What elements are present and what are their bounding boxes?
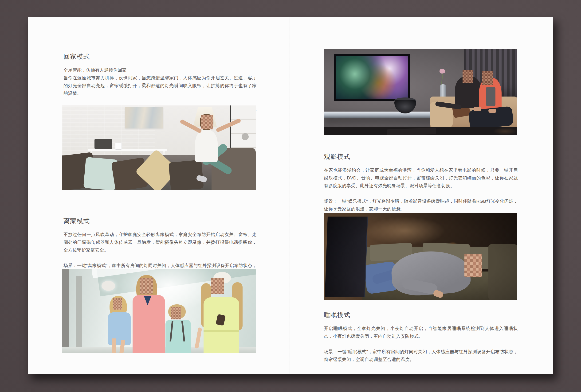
column (76, 276, 82, 353)
movie-body-text: 在家也能浪漫约会，让家庭成为幸福的港湾，当你和爱人想在家里看电影的时候，只要一键… (324, 166, 518, 190)
shelf-clock (242, 133, 249, 140)
column (62, 269, 69, 353)
wall-art (125, 107, 163, 128)
wall-lamp (102, 281, 115, 291)
dress-belt (204, 330, 239, 332)
vignette (324, 213, 517, 300)
section-movie-mode: 观影模式 在家也能浪漫约会，让家庭成为幸福的港湾，当你和爱人想在家里看电影的时候… (324, 153, 518, 213)
home-body-text: 当你在这座城市努力拼搏，夜班到家，当您跨进温馨家门，人体感应为你开启玄关、过道、… (64, 74, 257, 97)
mug (115, 143, 122, 150)
floating-shelf (324, 112, 437, 118)
section-title-movie: 观影模式 (324, 153, 518, 160)
section-title-away: 离家模式 (64, 217, 257, 225)
section-title-home: 回家模式 (64, 53, 257, 60)
woman-torso (195, 130, 218, 162)
page-left: 回家模式 全屋智能，仿佛有人迎接你回家 当你在这座城市努力拼搏，夜班到家，当您跨… (28, 17, 290, 374)
photo-tv-room (324, 49, 517, 135)
warm-lamp-glow (456, 97, 517, 135)
sleep-scene-text: 场景：一键"睡眠模式"，家中所有房间的灯同时关闭，人体感应器与红外探测设备开启布… (324, 348, 518, 363)
sleep-body-text: 开启睡眠模式，全家灯光关闭，小夜灯自动开启，当智能家居睡眠系统检测到人体进入睡眠… (324, 325, 518, 340)
home-lead-text: 全屋智能，仿佛有人迎接你回家 (64, 66, 257, 74)
movie-scene-text: 场景：一键"娱乐模式"，灯光逐渐变暗，随着影音设备缓缓响起，同时伴随着RGB灯光… (324, 197, 518, 213)
pixelated-face (140, 278, 153, 294)
radio-speaker (94, 139, 112, 149)
flower (440, 69, 445, 73)
pixelated-face (201, 115, 213, 129)
section-away-mode: 离家模式 不放过任何一点风吹草动，守护家庭安全轻触离家模式，家庭安全布防开始启动… (64, 217, 257, 277)
boy-teal-shirt (166, 320, 191, 353)
pillow (84, 157, 118, 190)
girl-leg (112, 339, 116, 353)
girl-blue-romper (108, 312, 131, 345)
section-sleep-mode: 睡眠模式 开启睡眠模式，全家灯光关闭，小夜灯自动开启，当智能家居睡眠系统检测到人… (324, 311, 518, 363)
page-fold (289, 17, 291, 374)
away-body-text: 不放过任何一点风吹草动，守护家庭安全轻触离家模式，家庭安全布防开始启动玄关、窗帘… (64, 231, 257, 254)
photo-family-mall (62, 269, 256, 353)
pixelated-face (171, 307, 181, 320)
photo-living-room (62, 105, 256, 190)
pixelated-face (211, 278, 224, 294)
television (334, 54, 410, 101)
backdrop: { "colors": { "backdrop": "#544a4c", "pa… (0, 0, 581, 392)
parent-pink-shirt (132, 295, 165, 353)
tv-screen (336, 56, 408, 99)
section-title-sleep: 睡眠模式 (324, 311, 518, 319)
brochure-spread: 回家模式 全屋智能，仿佛有人迎接你回家 当你在这座城市努力拼搏，夜班到家，当您跨… (28, 17, 553, 374)
pixelated-face (113, 298, 122, 310)
page-right: 观影模式 在家也能浪漫约会，让家庭成为幸福的港湾，当你和爱人想在家里看电影的时候… (290, 17, 553, 374)
pixelated-face (482, 71, 493, 85)
pixelated-face (462, 70, 473, 83)
pillow (168, 160, 204, 190)
photo-sleeping-man (324, 213, 517, 300)
